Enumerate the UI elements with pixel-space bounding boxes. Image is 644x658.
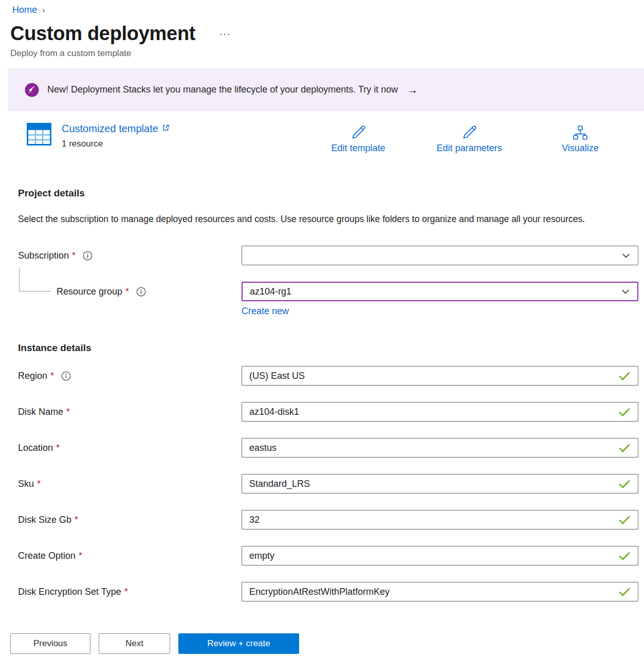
checkmark-icon: [618, 371, 631, 380]
project-details-heading: Project details: [18, 188, 644, 199]
hierarchy-icon: [544, 124, 616, 141]
instance-details-heading: Instance details: [18, 342, 644, 354]
subscription-dropdown[interactable]: [242, 246, 638, 265]
template-icon: [27, 123, 51, 149]
required-asterisk: *: [75, 515, 78, 525]
disk-size-gb-label: Disk Size Gb *: [18, 515, 242, 525]
region-value: (US) East US: [249, 371, 305, 381]
disk-encryption-set-type-input[interactable]: EncryptionAtRestWithPlatformKey: [242, 582, 638, 601]
sku-input[interactable]: Standard_LRS: [242, 474, 638, 494]
field-row-subscription: Subscription *: [18, 246, 644, 265]
external-link-icon: [162, 124, 170, 132]
field-row-region: Region * (US) East US: [18, 366, 644, 386]
page-title: Custom deployment: [10, 23, 195, 45]
template-text: Customized template 1 resource: [62, 123, 170, 149]
footer-action-bar: Previous Next Review + create: [0, 620, 644, 658]
required-asterisk: *: [124, 587, 128, 597]
visualize-button[interactable]: Visualize: [544, 124, 616, 154]
disk-encryption-set-type-value: EncryptionAtRestWithPlatformKey: [249, 587, 390, 597]
edit-template-button[interactable]: Edit template: [317, 124, 399, 154]
field-row-create-option: Create Option * empty: [18, 546, 644, 565]
edit-parameters-button[interactable]: Edit parameters: [423, 124, 516, 154]
sku-value: Standard_LRS: [249, 479, 310, 489]
field-row-resource-group: Resource group * az104-rg1: [18, 282, 644, 301]
region-label-text: Region: [18, 371, 47, 381]
disk-size-gb-input[interactable]: 32: [242, 510, 638, 529]
banner-message[interactable]: New! Deployment Stacks let you manage th…: [47, 84, 398, 95]
disk-encryption-set-type-label-text: Disk Encryption Set Type: [18, 587, 121, 597]
more-options-button[interactable]: ···: [219, 28, 231, 40]
disk-size-gb-label-text: Disk Size Gb: [18, 515, 71, 525]
template-summary: Customized template 1 resource Edit temp…: [0, 122, 644, 168]
checkmark-icon: [618, 587, 631, 596]
checkmark-icon: [618, 407, 631, 416]
field-row-location: Location * eastus: [18, 438, 644, 458]
checkmark-icon: [618, 515, 631, 524]
sku-label-text: Sku: [18, 479, 34, 489]
visualize-label: Visualize: [544, 143, 616, 154]
info-icon[interactable]: [83, 251, 93, 261]
resource-group-value: az104-rg1: [250, 286, 291, 297]
breadcrumb-home-link[interactable]: Home: [12, 5, 37, 15]
resource-group-dropdown[interactable]: az104-rg1: [242, 282, 638, 301]
required-asterisk: *: [66, 407, 70, 417]
info-icon[interactable]: [136, 287, 146, 297]
subscription-label-text: Subscription: [18, 250, 69, 261]
template-info: Customized template 1 resource: [27, 123, 170, 149]
field-row-disk-size-gb: Disk Size Gb * 32: [18, 510, 644, 529]
subscription-label: Subscription *: [18, 250, 242, 261]
next-button[interactable]: Next: [99, 633, 170, 654]
edit-template-label: Edit template: [317, 143, 399, 154]
location-label: Location *: [18, 443, 242, 453]
disk-name-label-text: Disk Name: [18, 407, 63, 417]
location-label-text: Location: [18, 443, 53, 453]
region-label: Region *: [18, 371, 242, 381]
disk-name-input[interactable]: az104-disk1: [242, 402, 638, 422]
breadcrumb-separator: ›: [42, 5, 45, 15]
rocket-icon: [25, 83, 39, 97]
review-create-button[interactable]: Review + create: [178, 633, 299, 654]
project-details-description: Select the subscription to manage deploy…: [18, 211, 612, 227]
create-option-label-text: Create Option: [18, 551, 76, 561]
disk-size-gb-value: 32: [249, 515, 260, 525]
create-option-label: Create Option *: [18, 551, 242, 561]
resource-group-label: Resource group *: [18, 286, 242, 297]
create-option-input[interactable]: empty: [242, 546, 638, 565]
required-asterisk: *: [79, 551, 82, 561]
create-option-value: empty: [249, 551, 274, 561]
required-asterisk: *: [37, 479, 41, 489]
disk-name-label: Disk Name *: [18, 407, 242, 417]
create-new-link[interactable]: Create new: [242, 306, 289, 317]
disk-encryption-set-type-label: Disk Encryption Set Type *: [18, 587, 242, 597]
field-row-disk-name: Disk Name * az104-disk1: [18, 402, 644, 422]
page-subtitle: Deploy from a custom template: [10, 48, 644, 59]
required-asterisk: *: [50, 371, 54, 381]
field-row-disk-encryption-set-type: Disk Encryption Set Type * EncryptionAtR…: [18, 582, 644, 601]
required-asterisk: *: [72, 250, 76, 261]
previous-button[interactable]: Previous: [10, 633, 90, 654]
checkmark-icon: [618, 551, 631, 560]
template-link[interactable]: Customized template: [62, 123, 170, 135]
arrow-right-icon[interactable]: →: [407, 84, 418, 96]
resource-count: 1 resource: [62, 139, 170, 149]
required-asterisk: *: [125, 286, 129, 297]
pencil-icon: [423, 124, 516, 141]
disk-name-value: az104-disk1: [249, 407, 299, 417]
required-asterisk: *: [56, 443, 60, 453]
connector-line: [19, 268, 51, 291]
location-input[interactable]: eastus: [242, 438, 638, 458]
page-header: Custom deployment ···: [10, 23, 644, 45]
location-value: eastus: [249, 443, 277, 453]
region-input[interactable]: (US) East US: [242, 366, 638, 386]
info-icon[interactable]: [61, 371, 71, 381]
breadcrumb: Home ›: [0, 0, 644, 15]
sku-label: Sku *: [18, 479, 242, 489]
chevron-down-icon: [621, 287, 630, 296]
checkmark-icon: [618, 479, 631, 488]
announcement-banner: New! Deployment Stacks let you manage th…: [8, 68, 644, 111]
edit-parameters-label: Edit parameters: [423, 143, 516, 154]
resource-group-label-text: Resource group: [57, 286, 122, 297]
pencil-icon: [317, 124, 399, 141]
template-link-label: Customized template: [62, 123, 158, 135]
chevron-down-icon: [621, 251, 631, 260]
